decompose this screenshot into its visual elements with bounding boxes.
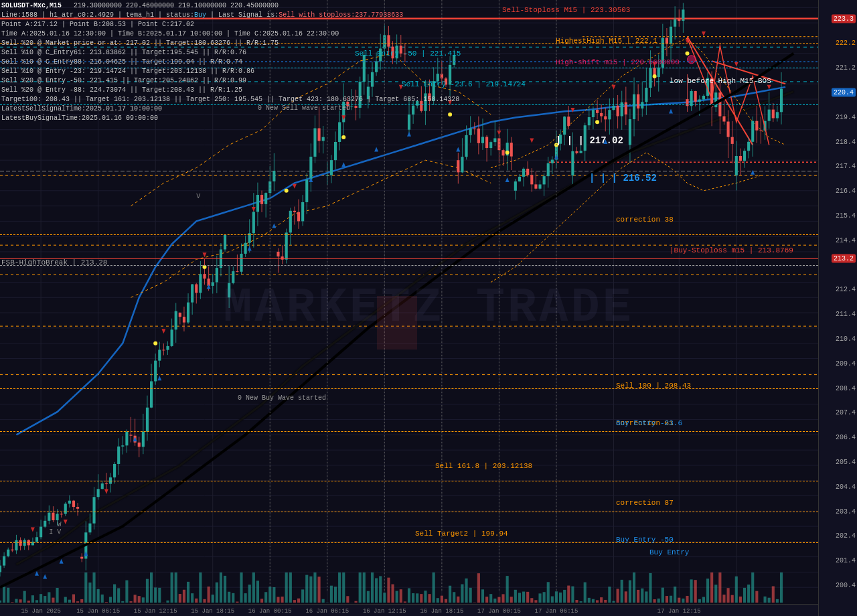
price-2114: 211.4: [836, 311, 856, 318]
info-line11: LatestSellSignalTime:2025.01.17 10:00:00: [1, 104, 459, 114]
price-2132: 213.2: [832, 254, 856, 263]
price-2094: 209.4: [836, 360, 856, 367]
price-2164: 216.4: [836, 187, 856, 195]
info-line1: Line:1588 | h1_atr_c0:2.4929 | tema_h1 |…: [1, 11, 459, 20]
time-17jan-0015: 17 Jan 00:15: [477, 608, 521, 615]
time-16jan-1215: 16 Jan 12:15: [363, 608, 406, 615]
info-line3: Time A:2025.01.16 12:30:00 | Time B:2025…: [1, 29, 459, 39]
price-2104: 210.4: [836, 335, 856, 343]
time-16jan-0015: 16 Jan 00:15: [248, 608, 292, 615]
info-line5: Sell %10 @ C_Entry61: 213.83862 || Targe…: [1, 48, 459, 58]
price-2034: 203.4: [836, 508, 856, 515]
volume-area: [0, 564, 818, 604]
time-15jan: 15 Jan 2025: [21, 608, 60, 615]
time-17jan-1215: 17 Jan 12:15: [657, 608, 701, 615]
chart-container: MARKETZ TRADE SOLUSDT-Mxc,M15 219.300000…: [0, 0, 857, 616]
info-line7: Sell %10 @ Entry -23: 219.14724 || Targe…: [1, 67, 459, 76]
time-15jan-1215: 15 Jan 12:15: [134, 608, 177, 615]
info-line10: Target100: 208.43 || Target 161: 203.121…: [1, 95, 459, 104]
info-line12: LatestBuySignalTime:2025.01.16 09:00:00: [1, 114, 459, 123]
info-line9: Sell %20 @ Entry -88: 224.73074 || Targe…: [1, 86, 459, 95]
price-2206: 221.2: [836, 64, 856, 72]
time-15jan-0615: 15 Jan 06:15: [76, 608, 120, 615]
price-2064: 206.4: [836, 434, 856, 441]
price-2024: 202.4: [836, 532, 856, 540]
price-2074: 207.4: [836, 409, 856, 416]
price-2084: 208.4: [836, 384, 856, 392]
price-2124: 212.4: [836, 286, 856, 293]
price-axis: 223.3 222.2 221.2 220.4 219.4 218.4 217.…: [818, 0, 857, 616]
price-200: 200.4: [836, 582, 856, 589]
price-222: 222.2: [836, 40, 856, 47]
info-line4: Sell %20 @ Market price or at: 217.02 ||…: [1, 39, 459, 48]
symbol-line: SOLUSDT-Mxc,M15 219.30000000 220.4600000…: [1, 1, 459, 11]
time-axis: 15 Jan 2025 15 Jan 06:15 15 Jan 12:15 15…: [0, 604, 818, 616]
price-2175: 217.4: [836, 163, 856, 170]
info-line2: Point A:217.12 | Point B:208.53 | Point …: [1, 20, 459, 29]
time-17jan-0615: 17 Jan 06:15: [535, 608, 578, 615]
price-220: 220.4: [832, 88, 856, 97]
price-2054: 205.4: [836, 459, 856, 466]
price-2194: 219.4: [836, 113, 856, 121]
time-16jan-0615: 16 Jan 06:15: [305, 608, 349, 615]
price-2044: 204.4: [836, 483, 856, 490]
top-info-panel: SOLUSDT-Mxc,M15 219.30000000 220.4600000…: [1, 1, 459, 123]
time-15jan-1815: 15 Jan 18:15: [191, 608, 234, 615]
price-2144: 214.4: [836, 236, 856, 244]
price-2014: 201.4: [836, 557, 856, 564]
price-2154: 215.4: [836, 212, 856, 220]
info-line6: Sell %10 @ C_Entry88: 216.04625 || Targe…: [1, 58, 459, 67]
price-223: 223.3: [832, 14, 856, 23]
price-218: 218.4: [836, 138, 856, 145]
time-16jan-1815: 16 Jan 18:15: [420, 608, 463, 615]
info-line8: Sell %20 @ Entry -50: 221.415 || Target:…: [1, 76, 459, 86]
